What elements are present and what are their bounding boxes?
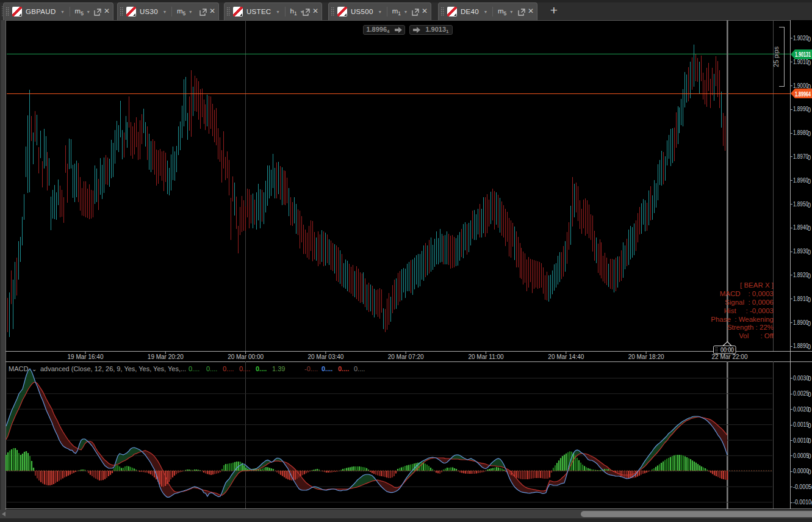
svg-text:1.8980: 1.8980 <box>793 129 808 136</box>
svg-text:0....: 0.... <box>239 365 250 372</box>
svg-text:0: 0 <box>808 321 811 327</box>
svg-text:20 Mar 03:40: 20 Mar 03:40 <box>307 353 343 360</box>
svg-text:0.0025: 0.0025 <box>793 390 809 397</box>
svg-text:[ BEAR X ]: [ BEAR X ] <box>740 281 774 289</box>
svg-text:20 Mar 07:20: 20 Mar 07:20 <box>388 353 424 360</box>
svg-text:0....: 0.... <box>206 365 217 372</box>
svg-text:0.0015: 0.0015 <box>793 421 809 428</box>
svg-text:0.0010: 0.0010 <box>793 437 809 444</box>
svg-text:Hist : -0,0003: Hist : -0,0003 <box>724 307 774 314</box>
svg-text:1.8930: 1.8930 <box>793 248 808 255</box>
svg-text:25 pips: 25 pips <box>772 46 780 67</box>
svg-text:1.9000: 1.9000 <box>793 82 808 89</box>
svg-text:-0....: -0.... <box>304 365 318 372</box>
svg-text:1.39: 1.39 <box>272 365 285 372</box>
svg-text:19 Mar 16:40: 19 Mar 16:40 <box>68 353 104 360</box>
svg-text:0: 0 <box>808 273 811 280</box>
svg-text:0: 0 <box>808 154 811 161</box>
svg-text:0: 0 <box>808 438 811 444</box>
svg-text:advanced (Close, 12, 26, 9, Ye: advanced (Close, 12, 26, 9, Yes, Yes, Ye… <box>40 365 186 372</box>
svg-text:0: 0 <box>808 178 811 185</box>
svg-text:Vol : Off: Vol : Off <box>739 332 774 339</box>
svg-text:0: 0 <box>808 107 811 114</box>
svg-text:00:00: 00:00 <box>720 347 734 353</box>
svg-text:0....: 0.... <box>338 365 349 372</box>
svg-text:1.8990: 1.8990 <box>793 106 808 112</box>
svg-text:19 Mar 20:20: 19 Mar 20:20 <box>148 353 184 360</box>
svg-text:Phase : Weakening: Phase : Weakening <box>711 316 774 323</box>
svg-text:0: 0 <box>808 375 811 382</box>
svg-text:20 Mar 18:20: 20 Mar 18:20 <box>628 353 664 360</box>
svg-text:1.8970: 1.8970 <box>793 153 808 160</box>
svg-text:0: 0 <box>808 225 811 232</box>
svg-text:0: 0 <box>808 344 811 350</box>
svg-text:0....: 0.... <box>223 365 234 372</box>
svg-text:0: 0 <box>808 469 811 476</box>
svg-text:20 Mar 14:40: 20 Mar 14:40 <box>548 353 584 360</box>
svg-text:0: 0 <box>808 407 811 413</box>
svg-text:0.0000: 0.0000 <box>793 468 809 474</box>
svg-text:0.0005: 0.0005 <box>793 452 809 459</box>
svg-text:1.8950: 1.8950 <box>793 201 808 208</box>
svg-text:0.0030: 0.0030 <box>793 375 809 382</box>
svg-text:⌄: ⌄ <box>32 366 37 372</box>
svg-text:20 Mar 11:00: 20 Mar 11:00 <box>468 353 504 360</box>
svg-text:0....: 0.... <box>354 365 365 372</box>
svg-text:0.0020: 0.0020 <box>793 406 809 413</box>
svg-text:1.8900: 1.8900 <box>793 319 808 326</box>
svg-text:0....: 0.... <box>256 365 267 372</box>
svg-text:0....: 0.... <box>322 365 332 372</box>
svg-text:0: 0 <box>808 60 811 67</box>
svg-text:0: 0 <box>808 391 811 398</box>
svg-text:1.8890: 1.8890 <box>793 343 808 349</box>
svg-text:1.89964: 1.89964 <box>795 90 811 98</box>
svg-text:MACD: MACD <box>9 365 28 372</box>
svg-text:0: 0 <box>808 131 811 137</box>
svg-text:MACD : 0,0003: MACD : 0,0003 <box>720 290 774 297</box>
svg-text:0: 0 <box>808 249 811 256</box>
svg-text:1.8940: 1.8940 <box>793 224 808 231</box>
svg-text:1.8910: 1.8910 <box>793 295 808 302</box>
svg-text:1.8920: 1.8920 <box>793 272 808 278</box>
svg-text:22 Mar 22:00: 22 Mar 22:00 <box>712 353 748 360</box>
svg-text:Signal : 0,0006: Signal : 0,0006 <box>725 299 774 306</box>
svg-text:0....: 0.... <box>189 365 199 372</box>
svg-text:1.9010: 1.9010 <box>793 59 808 65</box>
svg-text:0: 0 <box>808 202 811 209</box>
svg-text:0: 0 <box>808 36 811 43</box>
svg-text:0: 0 <box>808 422 811 429</box>
svg-text:-0.0010: -0.0010 <box>793 499 811 506</box>
svg-text:1.9020: 1.9020 <box>793 35 808 42</box>
svg-text:-0.0005: -0.0005 <box>793 484 811 490</box>
svg-text:1.8960: 1.8960 <box>793 177 808 184</box>
svg-text:20 Mar 00:00: 20 Mar 00:00 <box>228 353 264 360</box>
svg-text:0: 0 <box>808 297 811 303</box>
svg-text:Strength : 22%: Strength : 22% <box>727 324 774 331</box>
svg-text:0: 0 <box>808 453 811 460</box>
svg-text:1.90131: 1.90131 <box>795 51 811 58</box>
